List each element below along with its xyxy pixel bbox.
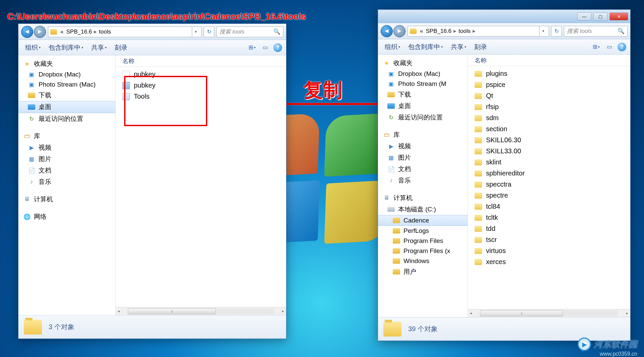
crumb-spb[interactable]: SPB_16.6	[424, 28, 453, 35]
folder-icon	[475, 126, 482, 132]
sidebar-photostream[interactable]: ▣Photo Stream (M	[378, 79, 468, 89]
include-menu[interactable]: 包含到库中▾	[406, 41, 445, 53]
crumb-spb[interactable]: SPB_16.6	[65, 29, 93, 35]
sidebar-progfiles[interactable]: Program Files	[378, 236, 468, 246]
maximize-button[interactable]: ▢	[593, 12, 607, 20]
sidebar-documents[interactable]: 📄文档	[18, 165, 115, 176]
sidebar-downloads[interactable]: 下载	[378, 89, 468, 100]
folder-item[interactable]: plugins	[468, 68, 630, 79]
sidebar-downloads[interactable]: 下载	[18, 90, 115, 101]
sidebar-progfilesx[interactable]: Program Files (x	[378, 246, 468, 256]
sidebar-photostream[interactable]: ▣Photo Stream (Mac)	[18, 80, 115, 90]
forward-button[interactable]: ►	[34, 26, 46, 38]
sidebar-perflogs[interactable]: PerfLogs	[378, 226, 468, 236]
folder-icon	[475, 115, 482, 121]
sidebar-music[interactable]: ♪音乐	[18, 176, 115, 188]
column-header-name[interactable]: 名称	[116, 55, 286, 67]
sidebar-users[interactable]: 用户	[378, 266, 468, 277]
help-button[interactable]: ?	[618, 43, 626, 51]
search-input[interactable]: 搜索 tools 🔍	[564, 26, 628, 37]
refresh-button[interactable]: ↻	[551, 26, 562, 37]
sidebar-videos[interactable]: ▶视频	[378, 141, 468, 152]
organize-menu[interactable]: 组织▾	[22, 42, 43, 53]
chevron-icon[interactable]: ▸	[453, 28, 457, 35]
chevron-icon[interactable]: ▸	[472, 28, 476, 35]
sidebar-localdisk[interactable]: 本地磁盘 (C:)	[378, 204, 468, 215]
folder-name: rfsip	[486, 103, 499, 111]
folder-item[interactable]: xerces	[468, 256, 630, 267]
address-bar[interactable]: « SPB_16.6 ▸ tools ▸ ▾	[408, 26, 549, 37]
folder-item[interactable]: tcltk	[468, 212, 630, 223]
sidebar-recent[interactable]: ↻最近访问的位置	[378, 112, 468, 123]
organize-menu[interactable]: 组织▾	[382, 41, 403, 53]
sidebar-computer[interactable]: 🖥计算机	[18, 194, 115, 205]
folder-icon	[475, 193, 482, 199]
address-bar[interactable]: « SPB_16.6 ▸ tools ▾	[48, 27, 202, 37]
folder-item[interactable]: sdm	[468, 112, 630, 123]
folder-item[interactable]: sklint	[468, 157, 630, 168]
folder-item[interactable]: SKILL33.00	[468, 146, 630, 157]
sidebar-favorites[interactable]: ★收藏夹	[18, 58, 115, 69]
burn-button[interactable]: 刻录	[472, 41, 490, 53]
address-dropdown[interactable]: ▾	[192, 27, 199, 37]
minimize-button[interactable]: —	[577, 12, 591, 20]
share-menu[interactable]: 共享▾	[448, 41, 469, 53]
folder-name: Qt	[486, 92, 493, 100]
folder-item[interactable]: spectre	[468, 190, 630, 201]
sidebar-videos[interactable]: ▶视频	[18, 142, 115, 153]
folder-item[interactable]: spbhiereditor	[468, 168, 630, 179]
horizontal-scrollbar[interactable]: ◂▸	[468, 309, 630, 317]
crumb-tools[interactable]: tools	[457, 28, 472, 35]
folder-item[interactable]: specctra	[468, 179, 630, 190]
sidebar-desktop[interactable]: 桌面	[18, 101, 115, 113]
sidebar-libraries[interactable]: 🗃库	[18, 131, 115, 142]
sidebar-computer[interactable]: 🖥计算机	[378, 192, 468, 204]
preview-pane-button[interactable]: ▭	[260, 43, 271, 52]
file-list[interactable]: pluginspspiceQtrfsipsdmsectionSKILL06.30…	[468, 66, 630, 309]
status-text: 39 个对象	[408, 324, 438, 334]
column-header-name[interactable]: 名称	[468, 55, 630, 66]
highlight-box	[124, 76, 207, 126]
sidebar-documents[interactable]: 📄文档	[378, 163, 468, 175]
sidebar-dropbox[interactable]: ▣Dropbox (Mac)	[18, 69, 115, 80]
crumb-tools[interactable]: tools	[98, 29, 112, 35]
search-input[interactable]: 搜索 tools 🔍	[216, 27, 283, 37]
back-button[interactable]: ◄	[21, 26, 33, 38]
sidebar-network[interactable]: 🌐网络	[18, 211, 115, 222]
folder-item[interactable]: SKILL06.30	[468, 135, 630, 146]
sidebar-libraries[interactable]: 🗃库	[378, 129, 468, 141]
forward-button[interactable]: ►	[393, 25, 406, 37]
folder-item[interactable]: virtuos	[468, 245, 630, 256]
sidebar-music[interactable]: ♪音乐	[378, 175, 468, 186]
sidebar-windows[interactable]: Windows	[378, 256, 468, 266]
sidebar-dropbox[interactable]: ▣Dropbox (Mac)	[378, 69, 468, 79]
refresh-button[interactable]: ↻	[204, 27, 214, 37]
close-button[interactable]: ✕	[609, 12, 628, 20]
chevron-icon[interactable]: ▸	[93, 28, 98, 35]
sidebar-pictures[interactable]: ▦图片	[18, 153, 115, 165]
burn-button[interactable]: 刻录	[112, 42, 130, 53]
folder-item[interactable]: tcl84	[468, 201, 630, 212]
sidebar-pictures[interactable]: ▦图片	[378, 152, 468, 163]
address-dropdown[interactable]: ▾	[539, 26, 547, 37]
folder-item[interactable]: Qt	[468, 90, 630, 101]
back-button[interactable]: ◄	[381, 25, 393, 37]
folder-icon	[475, 148, 482, 154]
help-button[interactable]: ?	[273, 43, 282, 52]
view-button[interactable]: ⊞▾	[247, 43, 257, 52]
folder-item[interactable]: pspice	[468, 79, 630, 90]
include-menu[interactable]: 包含到库中▾	[46, 42, 86, 53]
horizontal-scrollbar[interactable]: ◂▸	[116, 307, 286, 315]
folder-item[interactable]: rfsip	[468, 101, 630, 112]
sidebar-recent[interactable]: ↻最近访问的位置	[18, 113, 115, 124]
sidebar-cadence[interactable]: Cadence	[378, 215, 468, 226]
folder-item[interactable]: tscr	[468, 234, 630, 245]
folder-icon	[475, 259, 482, 265]
sidebar-desktop[interactable]: 桌面	[378, 100, 468, 112]
folder-item[interactable]: section	[468, 123, 630, 135]
folder-item[interactable]: tdd	[468, 223, 630, 234]
preview-pane-button[interactable]: ▭	[604, 42, 615, 52]
view-button[interactable]: ⊞▾	[591, 42, 601, 52]
share-menu[interactable]: 共享▾	[89, 42, 109, 53]
sidebar-favorites[interactable]: ★收藏夹	[378, 57, 468, 69]
